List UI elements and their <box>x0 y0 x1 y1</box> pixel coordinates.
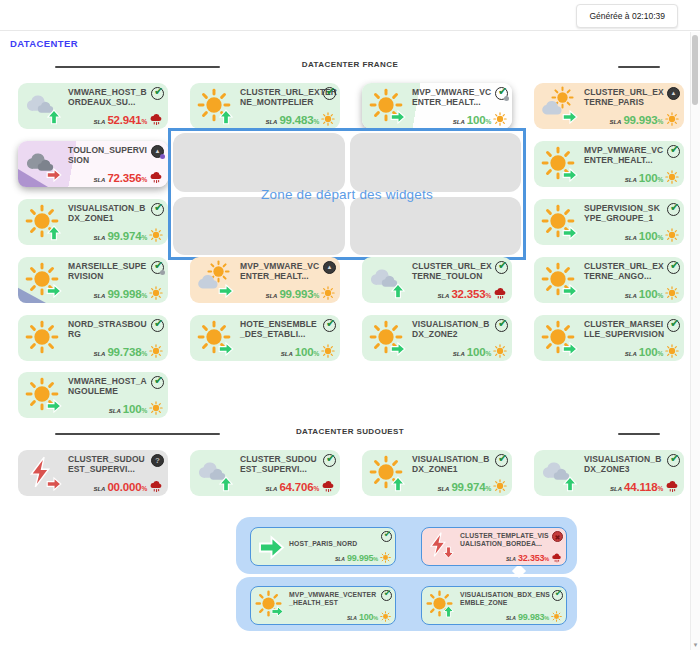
scrollbar-down-arrow[interactable]: ▾ <box>691 641 700 649</box>
sla-readout: SLA32.353% <box>506 552 562 563</box>
sun-icon <box>536 201 582 243</box>
widget-title: VISUALISATION_BDX_ENS EMBLE_ZONE <box>460 591 550 607</box>
trend-up-icon <box>390 283 406 299</box>
widget-mvp-vmware-vcenter-1[interactable]: MVP_VMWARE_VC ENTER_HEALT... SLA100% <box>362 83 512 129</box>
widget-vmware-host-bordeaux[interactable]: VMWARE_HOST_B ORDEAUX_SU... SLA52.941% <box>18 83 168 129</box>
big-arrow-right-icon <box>251 528 289 564</box>
widget-hote-ensemble[interactable]: HOTE_ENSEMBLE _DES_ETABLI... SLA100% <box>190 315 340 361</box>
sun-icon <box>493 479 507 493</box>
trend-right-red-icon <box>46 476 62 492</box>
trend-up-icon <box>562 476 578 492</box>
widget-title: CLUSTER_URL_EXTER NE_MONTPELIER <box>240 88 321 108</box>
widget-cluster-url-angouleme[interactable]: CLUSTER_URL_EX TERNE_ANGO... SLA100% <box>534 257 684 303</box>
sla-readout: SLA100% <box>625 228 679 242</box>
widget-nord-strasbourg[interactable]: NORD_STRASBOU RG SLA99.738% <box>18 315 168 361</box>
widget-mvp-vmware-vcenter-2[interactable]: MVP_VMWARE_VC ENTER_HEALT... SLA100% <box>534 141 684 187</box>
sun-icon <box>20 201 66 243</box>
clouds-icon <box>20 85 66 127</box>
tab-datacenter[interactable]: DATACENTER <box>10 38 78 49</box>
sun-icon <box>665 112 679 126</box>
sun-icon <box>192 317 238 359</box>
status-check-icon <box>323 319 336 332</box>
widget-cluster-marseille[interactable]: CLUSTER_MARSEI LLE_SUPERVISION SLA100% <box>534 315 684 361</box>
trend-right-icon <box>562 167 578 183</box>
widget-host-paris-nord[interactable]: HOST_PARIS_NORD SLA99.995% <box>250 527 396 566</box>
sun-icon <box>536 317 582 359</box>
sun-icon <box>20 374 66 416</box>
trend-up-icon <box>46 225 62 241</box>
sun-icon <box>364 452 410 494</box>
sun-cloud-icon <box>536 85 582 127</box>
widget-title: MVP_VMWARE_VCENTER _HEALTH_EST <box>289 591 379 607</box>
widget-title: NORD_STRASBOU RG <box>68 320 149 340</box>
widget-cluster-url-montpelier[interactable]: CLUSTER_URL_EXTER NE_MONTPELIER SLA99.48… <box>190 83 340 129</box>
status-check-icon <box>495 261 508 274</box>
lightning-icon <box>422 528 460 564</box>
trend-right-icon <box>562 341 578 357</box>
widget-toulon-supervision[interactable]: TOULON_SUPERVI SION SLA72.356% <box>18 141 168 187</box>
status-check-icon <box>667 319 680 332</box>
sun-icon <box>20 259 66 301</box>
status-check-icon <box>495 87 508 100</box>
dashboard: Générée à 02:10:39 DATACENTER DATACENTER… <box>0 0 700 650</box>
widget-title: VMWARE_HOST_B ORDEAUX_SU... <box>68 88 149 108</box>
widget-vmware-host-angouleme[interactable]: VMWARE_HOST_A NGOULEME SLA100% <box>18 372 168 418</box>
widget-cluster-sudouest-1[interactable]: CLUSTER_SUDOU EST_SUPERVI... SLA00.000% <box>18 450 168 496</box>
widget-cluster-url-toulon[interactable]: CLUSTER_URL_EX TERNE_TOULON SLA32.353% <box>362 257 512 303</box>
trend-right-icon <box>218 341 234 357</box>
widget-title: CLUSTER_URL_EX TERNE_PARIS <box>584 88 665 108</box>
trend-up-icon <box>442 605 455 618</box>
status-critical-icon <box>552 531 563 542</box>
widget-visualisation-bdx-ensemble[interactable]: VISUALISATION_BDX_ENS EMBLE_ZONE SLA99.9… <box>421 586 567 625</box>
section-rule <box>55 66 220 68</box>
section-rule <box>618 66 660 68</box>
sun-icon <box>251 587 289 623</box>
widget-visualisation-bdx-zone1-sud[interactable]: VISUALISATION_B DX_ZONE1 SLA99.974% <box>362 450 512 496</box>
rain-cloud-icon <box>149 170 163 184</box>
sla-readout: SLA99.995% <box>335 552 391 563</box>
widget-cluster-url-paris[interactable]: CLUSTER_URL_EX TERNE_PARIS SLA99.993% <box>534 83 684 129</box>
sla-readout: SLA100% <box>453 344 507 358</box>
widget-title: CLUSTER_SUDOU EST_SUPERVI... <box>68 455 149 475</box>
sun-cloud-icon <box>192 259 238 301</box>
widget-marseille-supervision[interactable]: MARSEILLE_SUPE RVISION SLA99.998% <box>18 257 168 303</box>
widget-dropzone[interactable]: Zone de départ des widgets <box>168 128 526 260</box>
sun-icon <box>422 587 460 623</box>
sla-readout: SLA99.998% <box>93 286 163 300</box>
status-check-icon <box>151 87 164 100</box>
widget-title: VISUALISATION_B DX_ZONE2 <box>412 320 493 340</box>
trend-right-icon <box>562 283 578 299</box>
generated-at-button[interactable]: Générée à 02:10:39 <box>576 4 678 28</box>
widget-supervision-skype[interactable]: SUPERVISION_SK YPE_GROUPE_1 SLA100% <box>534 199 684 245</box>
trend-up-icon <box>390 476 406 492</box>
rain-cloud-icon <box>149 479 163 493</box>
trend-right-icon <box>46 283 62 299</box>
widget-mvp-vmware-vcenter-3[interactable]: MVP_VMWARE_VC ENTER_HEALT... SLA99.993% <box>190 257 340 303</box>
sun-icon <box>364 85 410 127</box>
status-subdot <box>160 270 165 275</box>
scrollbar-thumb[interactable] <box>692 35 698 105</box>
status-check-icon <box>552 590 563 601</box>
sla-readout: SLA100% <box>281 344 335 358</box>
widget-title: VMWARE_HOST_A NGOULEME <box>68 377 149 397</box>
rain-cloud-icon <box>493 286 507 300</box>
widget-cluster-template-bordeaux[interactable]: CLUSTER_TEMPLATE_VIS UALISATION_BORDEA..… <box>421 527 567 566</box>
trend-down-red-icon <box>442 546 455 559</box>
status-check-icon <box>667 454 680 467</box>
status-ack-icon <box>323 261 336 274</box>
trend-right-icon <box>271 605 284 618</box>
widget-title: VISUALISATION_B DX_ZONE1 <box>412 455 493 475</box>
rain-cloud-icon <box>149 112 163 126</box>
trend-right-icon <box>46 398 62 414</box>
widget-title: CLUSTER_MARSEI LLE_SUPERVISION <box>584 320 665 340</box>
vertical-scrollbar[interactable]: ▾ <box>690 32 700 650</box>
widget-visualisation-bdx-zone2[interactable]: VISUALISATION_B DX_ZONE2 SLA100% <box>362 315 512 361</box>
widget-cluster-sudouest-2[interactable]: CLUSTER_SUDOU EST_SUPERVI... SLA64.706% <box>190 450 340 496</box>
widget-visualisation-bdx-zone1[interactable]: VISUALISATION_B DX_ZONE1 SLA99.974% <box>18 199 168 245</box>
trend-up-icon <box>218 476 234 492</box>
widget-visualisation-bdx-zone3[interactable]: VISUALISATION_B DX_ZONE3 SLA44.118% <box>534 450 684 496</box>
widget-title: CLUSTER_TEMPLATE_VIS UALISATION_BORDEA..… <box>460 532 550 548</box>
widget-mvp-vcenter-health-est[interactable]: MVP_VMWARE_VCENTER _HEALTH_EST SLA100% <box>250 586 396 625</box>
status-check-icon <box>495 319 508 332</box>
sun-icon <box>321 344 335 358</box>
